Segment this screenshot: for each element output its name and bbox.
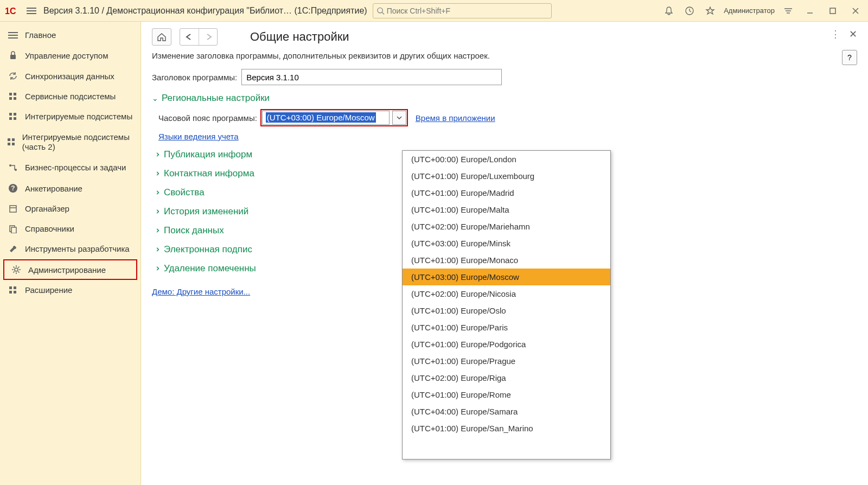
- global-search[interactable]: [373, 3, 552, 18]
- sidebar-item-label: Справочники: [25, 224, 74, 233]
- gear-icon: [10, 265, 23, 275]
- timezone-input[interactable]: (UTC+03:00) Europe/Moscow: [262, 111, 390, 125]
- svg-rect-28: [8, 143, 10, 145]
- timezone-option[interactable]: (UTC+03:00) Europe/Minsk: [403, 235, 610, 252]
- chevron-right-icon: ⌄: [150, 265, 162, 272]
- sidebar-item-4[interactable]: Интегрируемые подсистемы: [0, 106, 141, 127]
- sidebar-item-label: Органайзер: [25, 204, 69, 213]
- chevron-right-icon: ⌄: [150, 170, 162, 177]
- timezone-option[interactable]: (UTC+04:00) Europe/Samara: [403, 403, 610, 420]
- content-area: Общие настройки ⋮ ✕ ? Изменение заголовк…: [141, 22, 868, 485]
- demo-other-settings-link[interactable]: Демо: Другие настройки...: [152, 287, 250, 296]
- nav-forward-button[interactable]: [199, 29, 217, 45]
- timezone-option[interactable]: (UTC+02:00) Europe/Nicosia: [403, 285, 610, 302]
- svg-rect-40: [14, 286, 16, 289]
- minimize-button[interactable]: [802, 4, 818, 18]
- svg-rect-21: [14, 97, 16, 100]
- search-input[interactable]: [387, 7, 548, 15]
- sidebar-item-0[interactable]: Главное: [0, 25, 141, 45]
- svg-point-4: [377, 8, 382, 12]
- timezone-label: Часовой пояс программы:: [158, 113, 257, 123]
- user-name[interactable]: Администратор: [724, 7, 775, 15]
- nav-back-button[interactable]: [180, 29, 199, 45]
- timezone-option[interactable]: (UTC+01:00) Europe/Oslo: [403, 302, 610, 319]
- program-title-input[interactable]: [241, 69, 502, 85]
- program-title-label: Заголовок программы:: [152, 73, 237, 82]
- page-title: Общие настройки: [250, 30, 349, 44]
- sidebar-item-10[interactable]: Инструменты разработчика: [0, 239, 141, 259]
- sidebar-item-11[interactable]: Администрирование: [3, 259, 137, 280]
- page-description: Изменение заголовка программы, дополните…: [152, 51, 857, 60]
- section-label: История изменений: [164, 206, 248, 217]
- titlebar: 1С Версия 3.1.10 / Демонстрационная конф…: [0, 0, 868, 22]
- sidebar-item-label: Интегрируемые подсистемы (часть 2): [22, 132, 134, 152]
- main-menu-icon[interactable]: [25, 4, 38, 17]
- sidebar-item-1[interactable]: Управление доступом: [0, 45, 141, 66]
- sidebar-item-7[interactable]: ?Анкетирование: [0, 178, 141, 199]
- star-icon[interactable]: [703, 4, 717, 18]
- timezone-option[interactable]: (UTC+03:00) Europe/Moscow: [403, 269, 610, 285]
- timezone-option[interactable]: (UTC+01:00) Europe/Prague: [403, 353, 610, 369]
- settings-lines-icon[interactable]: [781, 4, 795, 18]
- sidebar-item-label: Инструменты разработчика: [25, 244, 130, 254]
- sidebar-item-3[interactable]: Сервисные подсистемы: [0, 86, 141, 106]
- time-in-app-link[interactable]: Время в приложении: [416, 113, 495, 123]
- timezone-option[interactable]: (UTC+01:00) Europe/Luxembourg: [403, 168, 610, 184]
- sidebar-item-12[interactable]: Расширение: [0, 280, 141, 300]
- svg-rect-24: [9, 117, 12, 120]
- bell-icon[interactable]: [662, 4, 676, 18]
- sidebar-item-5[interactable]: Интегрируемые подсистемы (часть 2): [0, 127, 141, 157]
- timezone-option[interactable]: (UTC+02:00) Europe/Mariehamn: [403, 218, 610, 235]
- svg-point-30: [9, 164, 11, 167]
- chevron-down-icon: ⌄: [152, 94, 158, 103]
- wrench-icon: [7, 244, 20, 254]
- svg-rect-34: [10, 206, 16, 212]
- sidebar-item-2[interactable]: Синхронизация данных: [0, 66, 141, 86]
- section-label: Публикация информ: [164, 149, 252, 160]
- timezone-option[interactable]: (UTC+01:00) Europe/Madrid: [403, 184, 610, 201]
- home-button[interactable]: [152, 28, 171, 46]
- timezone-option[interactable]: (UTC+01:00) Europe/San_Marino: [403, 420, 610, 437]
- app-logo: 1С: [4, 4, 21, 17]
- section-label: Электронная подпис: [164, 244, 252, 255]
- maximize-button[interactable]: [825, 4, 841, 18]
- svg-rect-19: [14, 93, 16, 95]
- timezone-field-highlight: (UTC+03:00) Europe/Moscow: [260, 109, 408, 126]
- help-button[interactable]: ?: [842, 50, 857, 65]
- close-tab-icon[interactable]: ✕: [849, 28, 857, 40]
- sidebar-item-8[interactable]: Органайзер: [0, 199, 141, 219]
- sidebar-item-6[interactable]: Бизнес-процессы и задачи: [0, 157, 141, 178]
- history-icon[interactable]: [682, 4, 697, 18]
- dropdown-scroll[interactable]: (UTC+00:00) Europe/London(UTC+01:00) Eur…: [403, 151, 610, 459]
- close-window-button[interactable]: [847, 4, 864, 18]
- svg-rect-39: [9, 286, 12, 289]
- timezone-option[interactable]: (UTC+01:00) Europe/Rome: [403, 386, 610, 403]
- timezone-dropdown-button[interactable]: [392, 111, 406, 125]
- timezone-option[interactable]: (UTC+01:00) Europe/Paris: [403, 319, 610, 336]
- svg-rect-42: [14, 291, 16, 293]
- svg-rect-23: [14, 113, 16, 116]
- chevron-right-icon: ⌄: [150, 246, 162, 253]
- sync-icon: [7, 71, 20, 81]
- timezone-option[interactable]: (UTC+00:00) Europe/London: [403, 151, 610, 168]
- flow-icon: [7, 163, 20, 172]
- copy-icon: [7, 225, 20, 233]
- titlebar-actions: Администратор: [662, 4, 864, 18]
- sidebar-item-label: Управление доступом: [25, 51, 108, 60]
- svg-rect-25: [14, 117, 16, 120]
- more-actions-icon[interactable]: ⋮: [831, 28, 840, 40]
- svg-rect-18: [9, 93, 12, 95]
- regional-section-header[interactable]: ⌄ Региональные настройки: [152, 93, 857, 104]
- timezone-option[interactable]: (UTC+01:00) Europe/Podgorica: [403, 336, 610, 353]
- section-label: Контактная информа: [164, 168, 254, 179]
- timezone-option[interactable]: (UTC+01:00) Europe/Monaco: [403, 252, 610, 269]
- chevron-right-icon: ⌄: [150, 227, 162, 234]
- section-label: Удаление помеченны: [164, 263, 256, 274]
- sidebar-item-9[interactable]: Справочники: [0, 219, 141, 239]
- timezone-option[interactable]: (UTC+01:00) Europe/Malta: [403, 201, 610, 218]
- languages-link[interactable]: Языки ведения учета: [158, 132, 239, 141]
- svg-rect-37: [11, 227, 16, 233]
- sidebar-item-label: Анкетирование: [25, 184, 82, 193]
- section-label: Свойства: [164, 187, 205, 198]
- timezone-option[interactable]: (UTC+02:00) Europe/Riga: [403, 369, 610, 386]
